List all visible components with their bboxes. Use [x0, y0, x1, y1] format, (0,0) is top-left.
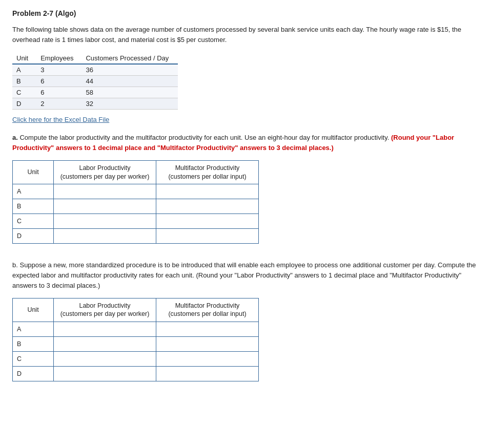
labor-productivity-input[interactable]: [54, 352, 156, 366]
part-a-col-unit: Unit: [13, 161, 54, 184]
labor-input-cell[interactable]: [54, 336, 156, 351]
unit-cell: C: [13, 351, 54, 366]
unit-cell: C: [13, 214, 54, 228]
multi-input-cell[interactable]: [156, 366, 259, 381]
col-header-unit: Unit: [12, 53, 37, 64]
labor-productivity-input[interactable]: [54, 184, 156, 199]
labor-productivity-input[interactable]: [54, 229, 156, 243]
labor-productivity-input[interactable]: [54, 214, 156, 228]
part-a-label: a.: [12, 134, 18, 141]
unit-cell: A: [13, 184, 54, 199]
multifactor-productivity-input[interactable]: [156, 352, 258, 366]
labor-input-cell[interactable]: [54, 184, 156, 199]
col-header-employees: Employees: [37, 53, 83, 64]
multi-input-cell[interactable]: [156, 199, 259, 214]
table-row: C: [13, 214, 259, 228]
part-b-col-multi: Multifactor Productivity (customers per …: [156, 298, 259, 322]
labor-input-cell[interactable]: [54, 214, 156, 228]
multi-input-cell[interactable]: [156, 336, 259, 351]
part-b-col-unit: Unit: [13, 298, 54, 322]
part-a-col-multi: Multifactor Productivity (customers per …: [156, 161, 259, 184]
table-row: B: [13, 336, 259, 351]
table-row: B: [13, 199, 259, 214]
multi-input-cell[interactable]: [156, 228, 259, 243]
table-row: D: [13, 366, 259, 381]
part-b-question: b. Suppose a new, more standardized proc…: [12, 260, 479, 291]
problem-description: The following table shows data on the av…: [12, 25, 479, 45]
multifactor-productivity-input[interactable]: [156, 184, 258, 199]
labor-input-cell[interactable]: [54, 228, 156, 243]
table-row: A: [13, 322, 259, 336]
excel-link[interactable]: Click here for the Excel Data File: [12, 116, 109, 123]
unit-cell: B: [13, 199, 54, 214]
unit-cell: A: [13, 322, 54, 336]
part-b-label: b.: [12, 261, 18, 269]
unit-cell: D: [13, 228, 54, 243]
data-table-row: C658: [12, 87, 178, 98]
multi-input-cell[interactable]: [156, 184, 259, 199]
part-a-text: Compute the labor productivity and the m…: [19, 134, 389, 141]
multifactor-productivity-input[interactable]: [156, 214, 258, 228]
part-b-col-labor: Labor Productivity (customers per day pe…: [54, 298, 156, 322]
labor-input-cell[interactable]: [54, 322, 156, 336]
data-table: Unit Employees Customers Processed / Day…: [12, 53, 178, 110]
data-table-row: D232: [12, 98, 178, 110]
part-a-col-labor: Labor Productivity (customers per day pe…: [54, 161, 156, 184]
unit-cell: D: [13, 366, 54, 381]
labor-productivity-input[interactable]: [54, 199, 156, 214]
multi-input-cell[interactable]: [156, 322, 259, 336]
labor-productivity-input[interactable]: [54, 322, 156, 336]
table-row: A: [13, 184, 259, 199]
labor-input-cell[interactable]: [54, 366, 156, 381]
part-b-table: Unit Labor Productivity (customers per d…: [12, 298, 259, 381]
labor-productivity-input[interactable]: [54, 367, 156, 381]
problem-title: Problem 2-7 (Algo): [12, 9, 479, 17]
multifactor-productivity-input[interactable]: [156, 337, 258, 351]
unit-cell: B: [13, 336, 54, 351]
multifactor-productivity-input[interactable]: [156, 199, 258, 214]
part-a-table: Unit Labor Productivity (customers per d…: [12, 160, 259, 244]
table-row: C: [13, 351, 259, 366]
table-row: D: [13, 228, 259, 243]
col-header-customers: Customers Processed / Day: [83, 53, 178, 64]
part-a-question: a. Compute the labor productivity and th…: [12, 133, 479, 153]
labor-input-cell[interactable]: [54, 351, 156, 366]
labor-input-cell[interactable]: [54, 199, 156, 214]
labor-productivity-input[interactable]: [54, 337, 156, 351]
data-table-row: B644: [12, 76, 178, 87]
multi-input-cell[interactable]: [156, 214, 259, 228]
multifactor-productivity-input[interactable]: [156, 367, 258, 381]
multifactor-productivity-input[interactable]: [156, 229, 258, 243]
multifactor-productivity-input[interactable]: [156, 322, 258, 336]
data-table-row: A336: [12, 64, 178, 76]
multi-input-cell[interactable]: [156, 351, 259, 366]
